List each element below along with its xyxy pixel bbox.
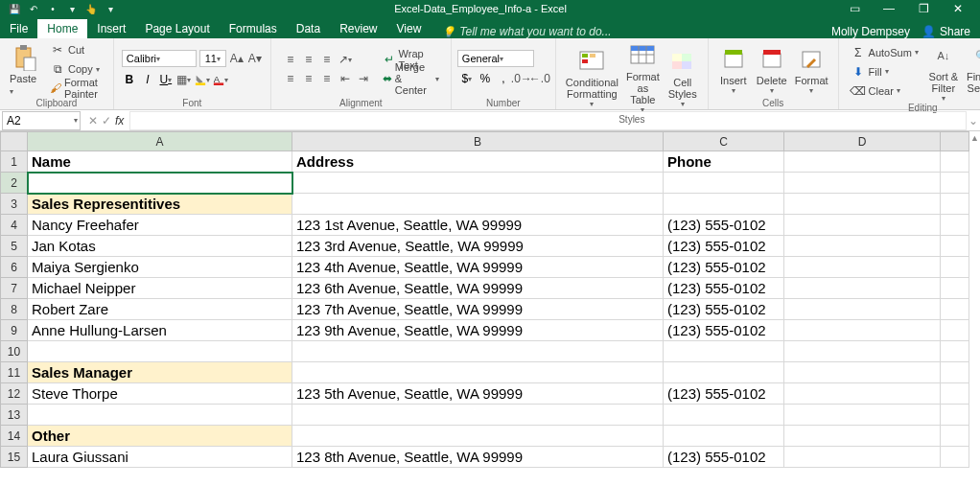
cell-D2[interactable]: [784, 173, 941, 194]
cell-A3[interactable]: Sales Representitives: [28, 194, 292, 215]
cell-A13[interactable]: [28, 405, 292, 426]
cell-D7[interactable]: [784, 278, 941, 299]
format-as-table-button[interactable]: Format as Table: [622, 40, 664, 114]
cell-extra-8[interactable]: [941, 299, 969, 320]
copy-button[interactable]: ⧉Copy: [48, 59, 102, 79]
select-all-corner[interactable]: [1, 132, 28, 151]
row-header-8[interactable]: 8: [1, 299, 28, 320]
cell-C3[interactable]: [664, 194, 784, 215]
cell-B2[interactable]: [292, 173, 664, 194]
row-header-7[interactable]: 7: [1, 278, 28, 299]
col-header-extra[interactable]: [941, 132, 969, 151]
cell-extra-13[interactable]: [941, 405, 969, 426]
cell-B4[interactable]: 123 1st Avenue, Seattle, WA 99999: [292, 215, 664, 236]
tell-me-search[interactable]: 💡 Tell me what you want to do...: [431, 25, 611, 38]
row-header-9[interactable]: 9: [1, 320, 28, 341]
cell-A8[interactable]: Robert Zare: [28, 299, 292, 320]
cell-D4[interactable]: [784, 215, 941, 236]
cell-extra-10[interactable]: [941, 341, 969, 362]
cell-extra-2[interactable]: [941, 173, 969, 194]
qa-more-icon[interactable]: ▾: [104, 2, 117, 15]
orientation-icon[interactable]: ↗: [338, 52, 353, 67]
cell-A1[interactable]: Name: [28, 151, 292, 173]
align-top-icon[interactable]: ≡: [283, 52, 298, 67]
font-name-selector[interactable]: Calibri: [122, 50, 197, 67]
increase-decimal-icon[interactable]: .0→: [514, 71, 529, 86]
cell-D12[interactable]: [784, 383, 941, 405]
cell-B1[interactable]: Address: [292, 151, 664, 173]
tab-review[interactable]: Review: [330, 19, 386, 38]
cell-D11[interactable]: [784, 362, 941, 383]
underline-button[interactable]: U: [158, 72, 174, 87]
name-box[interactable]: A2 ▾: [2, 111, 81, 130]
format-cells-button[interactable]: Format: [791, 40, 832, 98]
merge-center-button[interactable]: ⬌Merge & Center: [381, 69, 441, 88]
cell-A7[interactable]: Michael Neipper: [28, 278, 292, 299]
row-header-2[interactable]: 2: [1, 173, 28, 194]
cell-B10[interactable]: [292, 341, 664, 362]
align-center-icon[interactable]: ≡: [301, 71, 316, 86]
bold-button[interactable]: B: [122, 72, 137, 87]
scroll-up-icon[interactable]: ▲: [970, 133, 978, 141]
decrease-indent-icon[interactable]: ⇤: [338, 71, 353, 86]
cell-A10[interactable]: [28, 341, 292, 362]
cell-B12[interactable]: 123 5th Avenue, Seattle, WA 99999: [292, 383, 664, 405]
enter-formula-icon[interactable]: ✓: [102, 114, 111, 127]
cell-B15[interactable]: 123 8th Avenue, Seattle, WA 99999: [292, 447, 664, 468]
cell-A15[interactable]: Laura Giussani: [28, 447, 292, 468]
cell-extra-9[interactable]: [941, 320, 969, 341]
undo-icon[interactable]: ↶: [27, 2, 40, 15]
cell-A9[interactable]: Anne Hullung-Larsen: [28, 320, 292, 341]
increase-indent-icon[interactable]: ⇥: [356, 71, 371, 86]
worksheet[interactable]: ▲ ABCD 1NameAddressPhone23Sales Represen…: [0, 131, 980, 486]
autosum-button[interactable]: ΣAutoSum: [849, 43, 921, 62]
align-middle-icon[interactable]: ≡: [301, 52, 316, 67]
cell-extra-1[interactable]: [941, 151, 969, 173]
find-select-button[interactable]: 🔍Find & Select: [963, 40, 980, 103]
cell-B3[interactable]: [292, 194, 664, 215]
cell-C14[interactable]: [664, 426, 784, 447]
cell-C9[interactable]: (123) 555-0102: [664, 320, 784, 341]
cell-B5[interactable]: 123 3rd Avenue, Seattle, WA 99999: [292, 236, 664, 257]
formula-editor[interactable]: [129, 111, 967, 130]
fx-icon[interactable]: fx: [115, 114, 124, 127]
cell-extra-12[interactable]: [941, 383, 969, 405]
cell-styles-button[interactable]: Cell Styles: [664, 40, 702, 114]
cell-C5[interactable]: (123) 555-0102: [664, 236, 784, 257]
touch-mouse-icon[interactable]: 👆: [84, 2, 98, 15]
cell-B6[interactable]: 123 4th Avenue, Seattle, WA 99999: [292, 257, 664, 278]
row-header-5[interactable]: 5: [1, 236, 28, 257]
cell-C12[interactable]: (123) 555-0102: [664, 383, 784, 405]
decrease-decimal-icon[interactable]: ←.0: [532, 71, 548, 86]
cell-C7[interactable]: (123) 555-0102: [664, 278, 784, 299]
percent-format-button[interactable]: %: [478, 71, 493, 86]
col-header-B[interactable]: B: [292, 132, 664, 151]
expand-formula-bar-icon[interactable]: ⌄: [967, 114, 980, 127]
row-header-13[interactable]: 13: [1, 405, 28, 426]
row-header-15[interactable]: 15: [1, 447, 28, 468]
border-button[interactable]: ▦: [176, 72, 192, 87]
align-right-icon[interactable]: ≡: [319, 71, 335, 86]
cell-A2[interactable]: [28, 173, 292, 194]
cell-B8[interactable]: 123 7th Avenue, Seattle, WA 99999: [292, 299, 664, 320]
cell-extra-5[interactable]: [941, 236, 969, 257]
number-format-selector[interactable]: General: [457, 50, 534, 67]
cell-extra-3[interactable]: [941, 194, 969, 215]
cell-extra-4[interactable]: [941, 215, 969, 236]
col-header-D[interactable]: D: [784, 132, 941, 151]
cell-C2[interactable]: [664, 173, 784, 194]
redo-icon[interactable]: •: [46, 2, 59, 15]
format-painter-button[interactable]: 🖌Format Painter: [48, 79, 104, 98]
name-box-dropdown-icon[interactable]: ▾: [74, 116, 80, 125]
cancel-formula-icon[interactable]: ✕: [88, 114, 98, 127]
decrease-font-icon[interactable]: A▾: [247, 51, 263, 66]
cell-B7[interactable]: 123 6th Avenue, Seattle, WA 99999: [292, 278, 664, 299]
qa-customize-icon[interactable]: ▾: [65, 2, 79, 15]
cell-D5[interactable]: [784, 236, 941, 257]
close-icon[interactable]: ✕: [947, 2, 968, 15]
accounting-format-button[interactable]: $: [459, 71, 475, 86]
cell-B11[interactable]: [292, 362, 664, 383]
share-button[interactable]: 👤 Share: [922, 25, 970, 38]
ribbon-options-icon[interactable]: ▭: [844, 2, 865, 15]
minimize-icon[interactable]: —: [878, 2, 899, 15]
